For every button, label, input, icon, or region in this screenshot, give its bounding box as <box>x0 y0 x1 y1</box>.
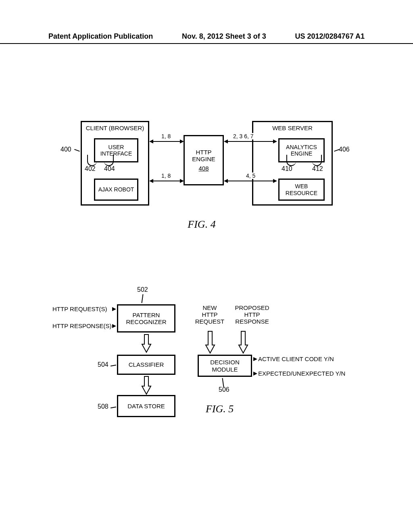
http-engine-label-2: ENGINE <box>192 156 215 162</box>
http-engine-box: HTTP ENGINE 408 <box>184 135 224 185</box>
arrow-proposed-response <box>238 330 248 350</box>
arrow-ajax-http <box>150 181 183 181</box>
server-title: WEB SERVER <box>253 125 332 131</box>
ref-404: 404 <box>104 165 115 172</box>
proposed-http-response-l2: HTTP <box>230 311 274 318</box>
hook-410 <box>286 155 296 166</box>
arrow-classifier-store <box>141 376 152 395</box>
http-responses-label: HTTP RESPONSE(S) <box>52 322 111 329</box>
active-client-label: ACTIVE CLIENT CODE Y/N <box>258 355 334 362</box>
ref-506: 506 <box>219 386 229 393</box>
arrowhead-req <box>112 307 116 311</box>
ref-406: 406 <box>339 146 350 153</box>
http-engine-ref: 408 <box>198 165 209 172</box>
new-http-request-l1: NEW <box>194 304 226 311</box>
figure-4-caption: FIG. 4 <box>56 218 347 231</box>
new-http-request-l3: REQUEST <box>194 318 226 325</box>
edge-label-http-analytics: 2, 3 6, 7 <box>233 133 254 139</box>
http-requests-label: HTTP REQUEST(S) <box>52 305 107 312</box>
header-right: US 2012/0284767 A1 <box>295 32 365 41</box>
proposed-http-response-label: PROPOSED HTTP RESPONSE <box>230 304 274 325</box>
hook-404 <box>104 155 114 166</box>
arrowhead-active <box>253 357 257 361</box>
lead-502 <box>141 294 143 303</box>
arrow-recognizer-classifier <box>141 334 152 353</box>
header-center: Nov. 8, 2012 Sheet 3 of 3 <box>182 32 266 41</box>
arrow-ui-http <box>150 141 183 142</box>
ajax-robot-box: AJAX ROBOT <box>94 179 138 201</box>
expected-label: EXPECTED/UNEXPECTED Y/N <box>258 370 345 377</box>
ref-402: 402 <box>85 165 96 172</box>
figure-5-caption: FIG. 5 <box>206 403 286 415</box>
arrowhead-resp <box>112 324 116 328</box>
ref-400: 400 <box>60 146 71 153</box>
data-store-box: DATA STORE <box>117 395 175 417</box>
decision-module-box: DECISION MODULE <box>198 355 252 377</box>
edge-label-ajax-http: 1, 8 <box>161 172 171 179</box>
ref-504: 504 <box>98 361 108 368</box>
user-interface-box: USER INTERFACE <box>94 138 138 162</box>
ref-508: 508 <box>98 403 108 410</box>
arrow-http-webres <box>225 181 276 181</box>
classifier-box: CLASSIFIER <box>117 355 175 375</box>
proposed-http-response-l3: RESPONSE <box>230 318 274 325</box>
ref-410: 410 <box>282 165 292 172</box>
new-http-request-l2: HTTP <box>194 311 226 318</box>
arrow-new-request <box>205 330 215 350</box>
lead-400 <box>74 149 80 152</box>
client-title: CLIENT (BROWSER) <box>82 125 148 131</box>
page-header: Patent Application Publication Nov. 8, 2… <box>0 32 413 44</box>
pattern-recognizer-box: PATTERN RECOGNIZER <box>117 304 175 332</box>
lead-508 <box>111 407 116 408</box>
header-left: Patent Application Publication <box>48 32 153 41</box>
web-resource-box: WEB RESOURCE <box>278 179 325 201</box>
hook-402 <box>87 155 97 166</box>
arrow-http-analytics <box>225 141 276 142</box>
lead-506 <box>222 378 224 387</box>
ref-502: 502 <box>137 286 148 293</box>
figure-5: HTTP REQUEST(S) HTTP RESPONSE(S) PATTERN… <box>52 282 367 427</box>
http-engine-label-1: HTTP <box>196 149 211 156</box>
ref-412: 412 <box>312 165 323 172</box>
arrowhead-expected <box>253 372 257 376</box>
proposed-http-response-l1: PROPOSED <box>230 304 274 311</box>
hook-412 <box>312 155 322 166</box>
figure-4: CLIENT (BROWSER) USER INTERFACE AJAX ROB… <box>56 113 347 218</box>
edge-label-http-webres: 4, 5 <box>246 172 255 179</box>
new-http-request-label: NEW HTTP REQUEST <box>194 304 226 325</box>
edge-label-ui-http: 1, 8 <box>161 133 171 139</box>
lead-504 <box>111 365 116 366</box>
